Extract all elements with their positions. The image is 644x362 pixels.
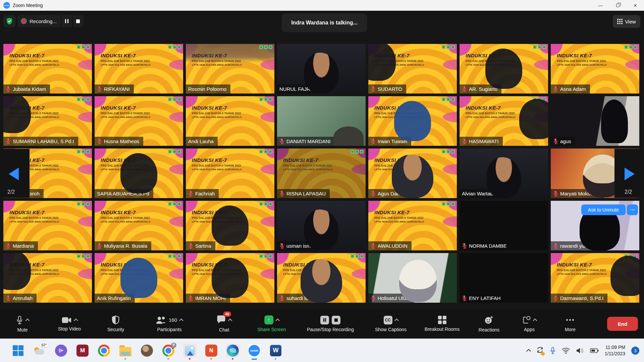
chevron-up-icon[interactable]	[74, 318, 78, 323]
participants-button[interactable]: 160 Participants	[156, 309, 183, 339]
taskbar-nitro-pdf[interactable]: N	[205, 344, 218, 357]
participant-tile[interactable]: INDUKSI KE-7PPG DALJAB BATCH-3 TAHUN 202…	[95, 148, 183, 198]
participant-tile[interactable]: INDUKSI KE-7PPG DALJAB BATCH-3 TAHUN 202…	[368, 96, 457, 146]
stop-video-button[interactable]: Stop Video	[58, 309, 81, 339]
participant-tile[interactable]: usman ismail	[277, 201, 366, 250]
speaker-icon[interactable]	[576, 347, 584, 354]
virtual-bg-text: INDUKSI KE-7PPG DALJAB BATCH-3 TAHUN 202…	[192, 209, 242, 223]
taskbar-mendeley-app[interactable]: M	[76, 344, 89, 357]
virtual-bg-badges	[533, 45, 546, 49]
virtual-bg-badges	[442, 98, 455, 101]
virtual-bg-text: INDUKSI KE-7PPG DALJAB BATCH-3 TAHUN 202…	[283, 262, 333, 276]
taskbar-zoom-active[interactable]: zoom	[248, 344, 261, 357]
participant-tile[interactable]: INDUKSI KE-7PPG DALJAB BATCH-3 TAHUN 202…	[95, 253, 183, 303]
participant-name-bar: HASMAWATI	[460, 137, 503, 146]
participant-tile[interactable]: INDUKSI KE-7PPG DALJAB BATCH-3 TAHUN 202…	[186, 96, 274, 146]
previous-page-control[interactable]: 2/2	[0, 149, 30, 198]
virtual-bg-text: INDUKSI KE-7PPG DALJAB BATCH-3 TAHUN 202…	[9, 105, 59, 119]
previous-page-arrow-icon[interactable]	[9, 168, 19, 180]
stop-recording-button[interactable]	[72, 15, 84, 27]
breakout-rooms-button[interactable]: Breakout Rooms	[425, 309, 460, 339]
next-page-control[interactable]: 2/2	[614, 149, 644, 198]
participant-tile[interactable]: INDUKSI KE-7PPG DALJAB BATCH-3 TAHUN 202…	[186, 253, 274, 303]
muted-mic-icon	[553, 243, 558, 249]
participant-tile[interactable]: INDUKSI KE-7PPG DALJAB BATCH-3 TAHUN 202…	[3, 96, 92, 146]
chevron-up-icon[interactable]	[275, 318, 280, 323]
participant-more-options-button[interactable]: ⋯	[627, 204, 638, 215]
participant-tile[interactable]: INDUKSI KE-7PPG DALJAB BATCH-3 TAHUN 202…	[95, 96, 183, 146]
show-captions-button[interactable]: CC Show Captions	[375, 309, 407, 339]
participant-tile[interactable]: INDUKSI KE-7PPG DALJAB BATCH-3 TAHUN 202…	[277, 148, 366, 198]
taskbar-paint-app[interactable]	[140, 344, 154, 357]
apps-button[interactable]: Apps	[522, 309, 537, 339]
restore-button[interactable]	[609, 0, 627, 11]
security-shield-button[interactable]	[3, 15, 15, 27]
reactions-button[interactable]: Reactions	[479, 309, 499, 339]
chevron-up-icon[interactable]	[533, 318, 537, 323]
taskbar-word[interactable]: W	[269, 344, 282, 357]
participant-tile[interactable]: INDUKSI KE-7PPG DALJAB BATCH-3 TAHUN 202…	[3, 44, 92, 94]
mute-button[interactable]: Mute	[16, 309, 29, 339]
participant-tile[interactable]: Holisatul Ulum	[368, 253, 457, 303]
participant-name-bar: Fachriah	[186, 189, 219, 198]
taskbar-chrome[interactable]	[97, 344, 111, 357]
participant-tile[interactable]: INDUKSI KE-7PPG DALJAB BATCH-3 TAHUN 202…	[3, 253, 92, 303]
taskbar-meet-app[interactable]: ⌲	[54, 344, 68, 357]
close-button[interactable]: ✕	[627, 0, 644, 11]
participants-label: Participants	[157, 327, 181, 332]
view-button[interactable]: View	[613, 15, 640, 28]
clock[interactable]: 11:09 PM 1/11/2023	[605, 344, 625, 357]
participant-tile[interactable]: INDUKSI KE-7PPG DALJAB BATCH-3 TAHUN 202…	[186, 44, 274, 94]
participant-tile[interactable]: INDUKSI KE-7PPG DALJAB BATCH-3 TAHUN 202…	[95, 44, 183, 94]
participant-tile[interactable]: DANIATI MARDANI	[277, 96, 366, 146]
chat-button[interactable]: 45 Chat	[217, 309, 232, 339]
sync-tray-icon[interactable]	[536, 346, 544, 355]
weather-widget[interactable]: 82°	[33, 344, 46, 357]
end-meeting-button[interactable]: End	[607, 317, 638, 331]
hidden-icons-chevron[interactable]	[526, 349, 531, 354]
chevron-up-icon[interactable]	[228, 318, 232, 323]
more-button[interactable]: More	[565, 309, 576, 339]
taskbar-photos-app[interactable]	[183, 344, 197, 357]
participant-tile[interactable]: INDUKSI KE-7PPG DALJAB BATCH-3 TAHUN 202…	[460, 96, 548, 146]
chevron-up-icon[interactable]	[179, 318, 183, 323]
participant-tile[interactable]: INDUKSI KE-7PPG DALJAB BATCH-3 TAHUN 202…	[277, 253, 366, 303]
participant-tile[interactable]: INDUKSI KE-7PPG DALJAB BATCH-3 TAHUN 202…	[186, 201, 274, 250]
tray-mic-icon[interactable]	[550, 347, 556, 355]
chevron-up-icon[interactable]	[394, 318, 399, 323]
participant-tile[interactable]: NORMA DAMBE	[460, 201, 548, 250]
participant-tile[interactable]: INDUKSI KE-7PPG DALJAB BATCH-3 TAHUN 202…	[460, 44, 548, 94]
participant-tile[interactable]: INDUKSI KE-7PPG DALJAB BATCH-3 TAHUN 202…	[551, 253, 639, 303]
notification-count-badge[interactable]: 3	[631, 347, 639, 355]
pause-recording-button[interactable]	[61, 15, 72, 27]
muted-mic-icon	[553, 138, 558, 144]
participant-tile[interactable]: INDUKSI KE-7PPG DALJAB BATCH-3 TAHUN 202…	[95, 201, 183, 250]
virtual-bg-badges	[259, 254, 272, 258]
taskbar-file-explorer[interactable]	[119, 344, 132, 357]
participant-name-bar: Rosmin Poloomo	[186, 84, 230, 94]
participant-tile[interactable]: INDUKSI KE-7PPG DALJAB BATCH-3 TAHUN 202…	[368, 44, 457, 94]
participant-tile[interactable]: INDUKSI KE-7PPG DALJAB BATCH-3 TAHUN 202…	[551, 44, 639, 94]
participant-tile[interactable]: INDUKSI KE-7PPG DALJAB BATCH-3 TAHUN 202…	[186, 148, 274, 198]
chevron-up-icon[interactable]	[25, 318, 30, 323]
participant-tile[interactable]: INDUKSI KE-7PPG DALJAB BATCH-3 TAHUN 202…	[368, 201, 457, 250]
minimize-button[interactable]: —	[592, 0, 609, 11]
pause-recording-icon	[320, 316, 329, 324]
share-screen-button[interactable]: ↑ Share Screen	[257, 309, 286, 339]
participant-tile[interactable]: ENY LATIFAH	[460, 253, 548, 303]
ask-to-unmute-button[interactable]: Ask to Unmute	[581, 204, 626, 215]
participant-tile[interactable]: agus	[551, 96, 639, 146]
participant-tile[interactable]: INDUKSI KE-7PPG DALJAB BATCH-3 TAHUN 202…	[368, 148, 457, 198]
start-button[interactable]	[11, 344, 25, 357]
security-button[interactable]: Security	[107, 309, 124, 339]
mendeley-icon: M	[76, 345, 89, 357]
wifi-icon[interactable]	[562, 347, 570, 354]
pause-stop-recording-button[interactable]: Pause/Stop Recording	[307, 309, 354, 339]
next-page-arrow-icon[interactable]	[625, 168, 635, 180]
participant-tile[interactable]: NURUL FAJRIAH	[277, 44, 366, 94]
battery-icon[interactable]	[590, 348, 599, 353]
participant-tile[interactable]: INDUKSI KE-7PPG DALJAB BATCH-3 TAHUN 202…	[3, 201, 92, 250]
participant-tile[interactable]: Alvian Wartabone	[460, 148, 548, 198]
taskbar-chrome-profile[interactable]: P	[162, 344, 175, 357]
taskbar-edge[interactable]	[226, 344, 239, 357]
